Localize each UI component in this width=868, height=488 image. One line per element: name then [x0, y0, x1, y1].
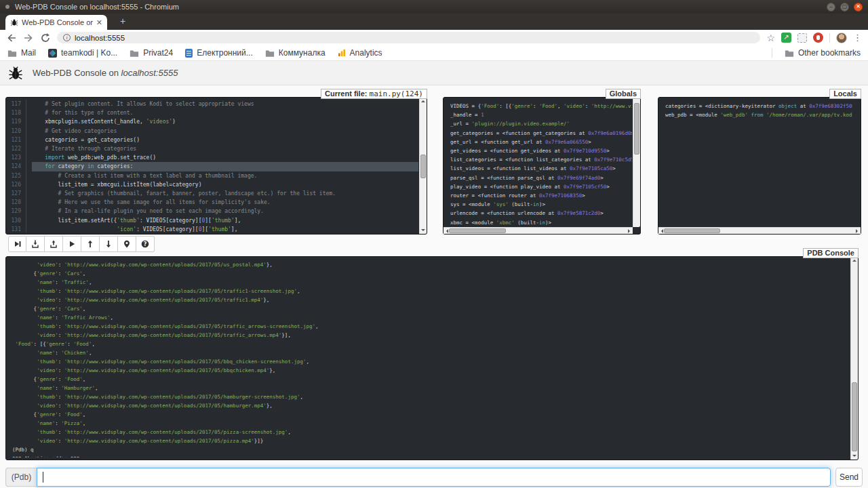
code-line: 'video': 'http://www.vidsplay.com/wp-con… [12, 436, 850, 445]
scroll-down-arrow[interactable] [421, 229, 425, 233]
code-vertical-scrollbar[interactable] [419, 98, 427, 234]
menu-dots-icon[interactable]: ⋮ [853, 33, 862, 42]
scroll-right-arrow[interactable] [856, 229, 860, 233]
toolbar-divider [829, 33, 830, 43]
code-line: 'name': 'Pizza', [12, 419, 850, 428]
page-title-prefix: Web-PDB Console on [33, 68, 121, 78]
help-button[interactable]: ? [136, 236, 155, 252]
up-button[interactable] [81, 236, 100, 252]
locals-horizontal-scrollbar[interactable] [658, 227, 861, 234]
continue-button[interactable] [63, 236, 81, 252]
return-button[interactable] [45, 236, 63, 252]
address-bar[interactable]: i localhost:5555 [57, 32, 760, 43]
code-viewer: 117 # Set plugin content. It allows Kodi… [6, 100, 418, 232]
avatar[interactable] [836, 33, 847, 43]
globals-vertical-scrollbar[interactable] [633, 98, 640, 227]
globals-panel: Globals VIDEOS = {'Food': [{'genre': 'Fo… [443, 97, 641, 235]
code-line: 122 # Iterate through categories [6, 144, 418, 153]
resizer-extension-icon[interactable]: ↗ [781, 33, 791, 43]
where-button[interactable] [118, 236, 136, 252]
tab-webpdb[interactable]: Web-PDB Console on loca ✕ [5, 15, 107, 30]
bookmark-teamkodi[interactable]: teamkodi | Ko... [48, 48, 117, 58]
bookmark-analytics[interactable]: Analytics [338, 48, 382, 58]
code-line: 'thumb': 'http://www.vidsplay.com/wp-con… [12, 287, 850, 296]
scrollbar-thumb[interactable] [420, 155, 426, 178]
bookmark-kommunalka[interactable]: Коммуналка [265, 48, 326, 58]
scrollbar-thumb[interactable] [664, 228, 720, 233]
folder-icon [130, 49, 139, 57]
window-title: Web-PDB Console on localhost:5555 - Chro… [15, 3, 179, 11]
bookmark-label: Коммуналка [279, 48, 326, 58]
svg-text:?: ? [144, 241, 147, 247]
pdb-input-wrap [37, 468, 831, 487]
code-line: _handle = 1 [450, 110, 632, 119]
next-button[interactable] [8, 236, 26, 252]
code-line: urlencode = <function urlencode at 0x7f9… [450, 209, 632, 218]
bug-favicon-icon [10, 18, 18, 26]
line-number: 128 [6, 198, 26, 207]
scrollbar-thumb[interactable] [634, 103, 639, 155]
scrollbar-thumb[interactable] [449, 228, 506, 233]
code-line: categories = <dictionary-keyiterator obj… [665, 102, 852, 110]
code-line: 123 import web_pdb;web_pdb.set_trace() [6, 153, 418, 162]
pdb-console-output: 'video': 'http://www.vidsplay.com/wp-con… [12, 260, 850, 458]
line-number: 124 [6, 162, 26, 171]
current-file-panel: Current file: main.py(124) 117 # Set plu… [5, 97, 427, 235]
code-line: 'video': 'http://www.vidsplay.com/wp-con… [12, 296, 850, 304]
current-file-name: main.py(124) [370, 89, 423, 98]
reload-icon[interactable] [40, 33, 51, 43]
browser-window: Web-PDB Console on localhost:5555 - Chro… [0, 0, 868, 488]
forward-icon[interactable] [23, 33, 34, 43]
locals-panel: Locals categories = <dictionary-keyitera… [658, 97, 861, 235]
tab-title: Web-PDB Console on loca [22, 18, 93, 26]
debugger-toolbar: ? [8, 236, 155, 252]
pdb-prompt-bar: (Pdb) Send [5, 468, 863, 487]
folder-icon [7, 49, 17, 57]
code-line: 126 list_item = xbmcgui.ListItem(label=c… [6, 180, 418, 189]
back-icon[interactable] [6, 33, 17, 43]
scroll-left-arrow[interactable] [444, 229, 448, 233]
bookmark-electronic[interactable]: Електронний... [185, 48, 253, 58]
code-line: 'thumb': 'http://www.vidsplay.com/wp-con… [12, 428, 850, 436]
star-icon[interactable]: ☆ [766, 33, 775, 43]
maximize-button[interactable]: ▢ [840, 3, 849, 12]
site-info-icon[interactable]: i [63, 34, 71, 41]
line-number: 131 [6, 225, 26, 232]
capture-extension-icon[interactable] [797, 33, 807, 43]
page-title-host: localhost:5555 [121, 68, 178, 78]
bookmark-label: Mail [21, 48, 36, 58]
globals-horizontal-scrollbar[interactable] [443, 227, 633, 234]
scrollbar-thumb[interactable] [852, 382, 857, 451]
code-line: 'video': 'http://www.vidsplay.com/wp-con… [12, 366, 850, 375]
new-tab-button[interactable]: + [115, 16, 130, 27]
code-line: 'name': 'Chicken', [12, 348, 850, 357]
console-vertical-scrollbar[interactable] [850, 257, 858, 460]
code-line: 'name': 'Traffic', [12, 278, 850, 287]
code-line: 121 categories = get_categories() [6, 136, 418, 144]
code-line: router = <function router at 0x7f9e71068… [450, 191, 632, 200]
url-text[interactable]: localhost:5555 [75, 34, 125, 42]
pdb-prompt-label: (Pdb) [5, 468, 37, 487]
scroll-down-arrow[interactable] [852, 455, 856, 459]
code-line: play_video = <function play_video at 0x7… [450, 182, 632, 191]
blocker-extension-icon[interactable] [813, 33, 823, 43]
bookmark-privat24[interactable]: Privat24 [130, 48, 173, 58]
tab-close-icon[interactable]: ✕ [96, 19, 102, 26]
down-button[interactable] [100, 236, 118, 252]
pdb-command-input[interactable] [37, 468, 831, 487]
code-line: 'video': 'http://www.vidsplay.com/wp-con… [12, 401, 850, 410]
line-number: 127 [6, 189, 26, 198]
step-button[interactable] [26, 236, 45, 252]
close-button[interactable]: ✕ [854, 3, 863, 12]
bookmark-mail[interactable]: Mail [7, 48, 36, 58]
code-line: 119 xbmcplugin.setContent(_handle, 'vide… [6, 117, 418, 126]
minimize-button[interactable]: – [827, 3, 835, 12]
line-number: 120 [6, 127, 26, 136]
bookmarks-bar: Mail teamkodi | Ko... Privat24 Електронн… [0, 45, 868, 61]
other-bookmarks-button[interactable]: Other bookmarks [785, 48, 861, 58]
scroll-left-arrow[interactable] [659, 229, 663, 233]
send-button[interactable]: Send [835, 468, 863, 487]
analytics-icon [338, 49, 346, 57]
scroll-right-arrow[interactable] [628, 229, 632, 233]
window-icon [5, 5, 9, 9]
